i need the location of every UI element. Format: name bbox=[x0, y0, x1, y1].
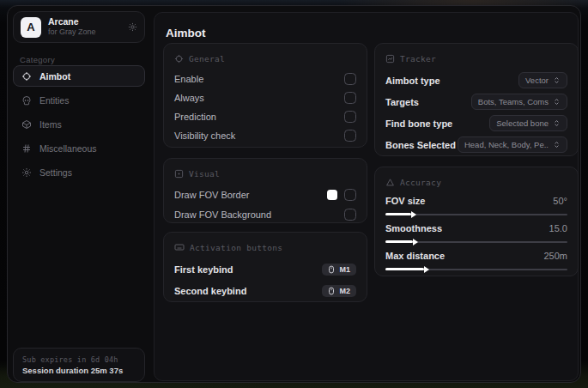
brand-card: A Arcane for Gray Zone bbox=[13, 11, 145, 43]
activation-buttons-card: Activation buttons First keybind M1 Seco… bbox=[163, 232, 367, 302]
setting-label: Targets bbox=[385, 97, 419, 107]
tracker-chart-icon bbox=[385, 54, 395, 64]
viewport-icon bbox=[174, 169, 184, 179]
setting-label: Find bone type bbox=[385, 118, 452, 129]
session-duration-text: Session duration 25m 37s bbox=[22, 366, 136, 375]
sidebar-item-aimbot[interactable]: Aimbot bbox=[13, 65, 145, 87]
gear-icon bbox=[21, 167, 32, 178]
controls-group bbox=[327, 189, 356, 201]
setting-row-visibility-check: Visibility check bbox=[174, 126, 356, 145]
second-keybind-button[interactable]: M2 bbox=[322, 285, 356, 297]
sidebar-item-items[interactable]: Items bbox=[13, 113, 145, 135]
fov-border-color-swatch[interactable] bbox=[327, 190, 337, 200]
crosshair-icon bbox=[21, 71, 32, 82]
section-title: Visual bbox=[189, 169, 220, 179]
section-title: Accuracy bbox=[400, 178, 441, 187]
sidebar: A Arcane for Gray Zone Category bbox=[8, 6, 153, 382]
setting-row-prediction: Prediction bbox=[174, 107, 356, 126]
setting-label: FOV size bbox=[385, 196, 425, 206]
slider-fill-thumb[interactable] bbox=[385, 240, 413, 243]
setting-row-second-keybind: Second keybind M2 bbox=[174, 280, 356, 301]
sidebar-item-label: Miscellaneous bbox=[39, 143, 97, 154]
setting-label: Draw FOV Border bbox=[174, 190, 249, 200]
general-card: General Enable Always Prediction Visibil… bbox=[163, 43, 367, 148]
slider-head: Smoothness 15.0 bbox=[385, 221, 567, 236]
setting-row-always: Always bbox=[174, 88, 356, 107]
always-checkbox[interactable] bbox=[344, 92, 356, 104]
setting-label: Enable bbox=[174, 74, 203, 84]
fov-size-slider[interactable] bbox=[385, 210, 567, 218]
chevrons-up-down-icon bbox=[553, 98, 561, 106]
setting-label: Max distance bbox=[385, 251, 445, 261]
dropdown-value: Selected bone bbox=[496, 118, 549, 128]
visual-header: Visual bbox=[174, 167, 356, 179]
setting-label: Visibility check bbox=[174, 130, 235, 141]
setting-label: Bones Selected bbox=[385, 140, 456, 150]
subscription-status-card: Sub expires in 6d 04h Session duration 2… bbox=[13, 348, 145, 382]
sidebar-item-label: Settings bbox=[39, 167, 72, 178]
smoothness-setting: Smoothness 15.0 bbox=[385, 221, 567, 246]
sidebar-item-miscellaneous[interactable]: Miscellaneous bbox=[13, 137, 145, 159]
slider-fill-thumb[interactable] bbox=[385, 213, 411, 215]
sidebar-item-label: Items bbox=[39, 119, 62, 130]
main-panel: Aimbot General Enable Always Predicti bbox=[154, 12, 579, 381]
page-title: Aimbot bbox=[166, 27, 206, 39]
package-icon bbox=[21, 119, 32, 130]
section-title: General bbox=[189, 54, 225, 64]
app-name: Arcane bbox=[48, 16, 121, 27]
slider-fill-thumb[interactable] bbox=[385, 268, 424, 270]
first-keybind-button[interactable]: M1 bbox=[322, 264, 356, 276]
keybind-value: M1 bbox=[339, 265, 350, 274]
enable-checkbox[interactable] bbox=[344, 73, 356, 85]
visual-card: Visual Draw FOV Border Draw FOV Backgrou… bbox=[163, 158, 367, 223]
chevrons-up-down-icon bbox=[553, 141, 561, 149]
setting-label: Second keybind bbox=[174, 286, 246, 296]
setting-row-draw-fov-border: Draw FOV Border bbox=[174, 185, 356, 204]
app-subtitle: for Gray Zone bbox=[48, 27, 121, 37]
smoothness-value: 15.0 bbox=[549, 223, 567, 233]
dropdown-value: Bots, Teams, Coms bbox=[478, 97, 549, 106]
prediction-checkbox[interactable] bbox=[344, 111, 356, 123]
bones-selected-dropdown[interactable]: Head, Neck, Body, Pe.. bbox=[458, 136, 567, 153]
find-bone-type-dropdown[interactable]: Selected bone bbox=[489, 115, 567, 131]
general-header: General bbox=[174, 52, 356, 64]
section-title: Activation buttons bbox=[190, 243, 282, 252]
sidebar-item-label: Entities bbox=[39, 95, 69, 106]
category-label: Category bbox=[20, 55, 55, 64]
smoothness-slider[interactable] bbox=[385, 238, 567, 246]
brand-text: Arcane for Gray Zone bbox=[48, 16, 121, 37]
sub-expires-text: Sub expires in 6d 04h bbox=[22, 355, 136, 364]
draw-fov-background-checkbox[interactable] bbox=[344, 209, 356, 221]
dropdown-value: Head, Neck, Body, Pe.. bbox=[464, 140, 549, 149]
aimbot-type-dropdown[interactable]: Vector bbox=[518, 72, 567, 88]
fov-size-value: 50° bbox=[553, 196, 567, 206]
keyboard-icon bbox=[174, 242, 185, 252]
fov-size-setting: FOV size 50° bbox=[385, 193, 567, 218]
slider-head: Max distance 250m bbox=[385, 248, 567, 264]
sidebar-nav: Aimbot Entities Items bbox=[13, 65, 145, 185]
setting-label: Smoothness bbox=[385, 223, 442, 233]
hash-icon bbox=[21, 143, 32, 154]
targets-dropdown[interactable]: Bots, Teams, Coms bbox=[471, 94, 567, 110]
setting-label: Draw FOV Background bbox=[174, 209, 271, 220]
max-distance-value: 250m bbox=[543, 251, 567, 261]
setting-label: Aimbot type bbox=[385, 76, 440, 86]
accuracy-header: Accuracy bbox=[385, 176, 567, 188]
desktop-background: { "app": { "logo_letter": "A", "name": "… bbox=[0, 0, 588, 388]
app-window: A Arcane for Gray Zone Category bbox=[7, 5, 581, 383]
visibility-check-checkbox[interactable] bbox=[344, 130, 356, 142]
setting-row-targets: Targets Bots, Teams, Coms bbox=[385, 91, 567, 112]
chevrons-up-down-icon bbox=[553, 119, 561, 127]
sidebar-item-settings[interactable]: Settings bbox=[13, 161, 145, 183]
draw-fov-border-checkbox[interactable] bbox=[344, 189, 356, 201]
slider-head: FOV size 50° bbox=[385, 193, 567, 209]
setting-row-bones-selected: Bones Selected Head, Neck, Body, Pe.. bbox=[385, 134, 567, 155]
max-distance-slider[interactable] bbox=[385, 265, 567, 273]
dropdown-value: Vector bbox=[525, 76, 549, 85]
chevrons-up-down-icon bbox=[553, 76, 561, 84]
sidebar-item-entities[interactable]: Entities bbox=[13, 89, 145, 111]
mouse-icon bbox=[327, 265, 336, 274]
settings-gear-icon[interactable] bbox=[128, 22, 137, 32]
setting-row-find-bone-type: Find bone type Selected bone bbox=[385, 112, 567, 134]
setting-row-draw-fov-background: Draw FOV Background bbox=[174, 204, 356, 224]
